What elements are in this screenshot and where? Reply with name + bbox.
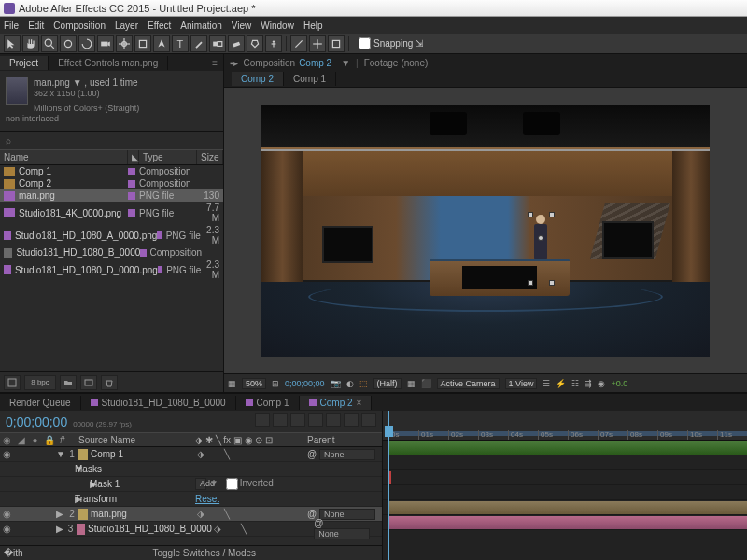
twirl-icon[interactable]: ▶ bbox=[56, 479, 90, 489]
comp-flowchart-icon[interactable]: ⇶ bbox=[585, 379, 592, 388]
layer-color-tag[interactable] bbox=[78, 449, 88, 460]
composition-canvas[interactable] bbox=[261, 105, 710, 357]
menu-file[interactable]: File bbox=[4, 21, 19, 31]
label-color[interactable] bbox=[140, 249, 146, 257]
layer-bar-man[interactable] bbox=[388, 501, 747, 514]
reset-link[interactable]: Reset bbox=[195, 494, 206, 504]
menu-window[interactable]: Window bbox=[261, 21, 294, 31]
toggle-switches-modes[interactable]: Toggle Switches / Modes bbox=[152, 548, 256, 558]
time-ruler[interactable]: 0s01s02s03s04s05s06s07s08s09s10s11s bbox=[383, 411, 747, 441]
timeline-row[interactable]: ◉▼1Comp 1⬗╲@ None bbox=[0, 447, 382, 462]
tl-shy-icon[interactable] bbox=[308, 413, 323, 427]
pickwhip-icon[interactable]: @ bbox=[307, 509, 317, 519]
label-color[interactable] bbox=[157, 231, 162, 239]
rect-tool[interactable] bbox=[134, 35, 151, 52]
tl-comp-mini-icon[interactable] bbox=[273, 413, 288, 427]
search-icon[interactable]: ⌕ bbox=[6, 135, 11, 146]
exposure-value[interactable]: +0.0 bbox=[611, 379, 627, 388]
timeline-row[interactable]: ▶Mask 1Add ▼ Inverted bbox=[0, 477, 382, 492]
menu-composition[interactable]: Composition bbox=[53, 21, 106, 31]
col-name[interactable]: Name bbox=[0, 150, 128, 164]
video-toggle[interactable]: ◉ bbox=[0, 449, 14, 459]
project-item-list[interactable]: Comp 1CompositionComp 2Compositionman.pn… bbox=[0, 165, 223, 371]
interpret-footage-button[interactable] bbox=[4, 375, 21, 390]
views-select[interactable]: 1 View bbox=[505, 378, 538, 389]
menu-edit[interactable]: Edit bbox=[28, 21, 44, 31]
camera-select[interactable]: Active Camera bbox=[437, 378, 500, 389]
res-grid-icon[interactable]: ⊞ bbox=[272, 379, 279, 388]
clone-tool[interactable] bbox=[209, 35, 226, 52]
col-type[interactable]: Type bbox=[139, 150, 197, 164]
project-tab[interactable]: Project bbox=[0, 56, 49, 70]
label-color[interactable] bbox=[128, 192, 135, 200]
local-axis-tool[interactable] bbox=[290, 35, 307, 52]
tl-search-icon[interactable] bbox=[255, 413, 270, 427]
roto-tool[interactable] bbox=[247, 35, 263, 52]
pen-tool[interactable] bbox=[153, 35, 170, 52]
timeline-tab[interactable]: Render Queue bbox=[0, 396, 81, 410]
playhead[interactable] bbox=[388, 411, 389, 560]
channel-icon[interactable]: ◐ bbox=[346, 379, 354, 388]
roi-icon[interactable]: ⬚ bbox=[359, 379, 368, 388]
comp-tab[interactable]: Comp 2 bbox=[232, 72, 284, 86]
col-size[interactable]: Size bbox=[197, 150, 223, 164]
timeline-row[interactable]: ▶TransformReset bbox=[0, 492, 382, 507]
fast-preview-icon[interactable]: ⚡ bbox=[556, 379, 566, 388]
snapshot-icon[interactable]: 📷 bbox=[331, 379, 341, 388]
tl-expand-icon[interactable]: �ith bbox=[0, 548, 27, 558]
label-color[interactable] bbox=[128, 168, 135, 175]
resolution-select[interactable]: (Half) bbox=[374, 378, 402, 389]
effect-controls-tab[interactable]: Effect Controls man.png bbox=[49, 56, 168, 70]
3d-view-icon[interactable]: ⬛ bbox=[421, 379, 431, 388]
shy-switch[interactable]: ⬗ bbox=[195, 509, 206, 519]
camera-tool[interactable] bbox=[97, 35, 114, 52]
rotate-tool[interactable] bbox=[78, 35, 95, 52]
tl-draft3d-icon[interactable] bbox=[290, 413, 305, 427]
solo-switch[interactable]: ╲ bbox=[221, 449, 233, 459]
layer-bar-studio[interactable] bbox=[388, 516, 747, 529]
timeline-rows[interactable]: ◉▼1Comp 1⬗╲@ None▼Masks▶Mask 1Add ▼ Inve… bbox=[0, 447, 382, 545]
inverted-checkbox[interactable] bbox=[226, 478, 238, 490]
layer-bar-comp1[interactable] bbox=[388, 441, 747, 455]
zoom-select[interactable]: 50% bbox=[242, 378, 266, 389]
menu-view[interactable]: View bbox=[232, 21, 252, 31]
layer-color-tag[interactable] bbox=[77, 524, 85, 535]
tl-graph-icon[interactable] bbox=[361, 413, 376, 427]
tl-motion-blur-icon[interactable] bbox=[344, 413, 359, 427]
parent-select[interactable]: None bbox=[314, 528, 370, 539]
snapping-checkbox[interactable] bbox=[359, 37, 371, 49]
project-item[interactable]: man.pngPNG file130 bbox=[0, 189, 223, 202]
project-item[interactable]: Studio181_HD_1080_A_0000.pngPNG file2.3 … bbox=[0, 224, 223, 246]
flowchart-icon[interactable]: ▪▸ bbox=[230, 58, 238, 68]
timeline-track-area[interactable]: 0s01s02s03s04s05s06s07s08s09s10s11s bbox=[383, 411, 747, 560]
project-item[interactable]: Comp 2Composition bbox=[0, 177, 223, 189]
twirl-icon[interactable]: ▶ bbox=[56, 524, 64, 534]
layer-color-tag[interactable] bbox=[78, 509, 88, 520]
label-color[interactable] bbox=[128, 180, 135, 188]
timeline-tab[interactable]: Comp 2 × bbox=[300, 396, 373, 410]
pan-behind-tool[interactable] bbox=[116, 35, 133, 52]
mask-marker[interactable] bbox=[388, 471, 747, 484]
timeline-row[interactable]: ◉▶3Studio181_HD_1080_B_0000⬗╲@ None bbox=[0, 522, 382, 537]
orbit-tool[interactable] bbox=[60, 35, 77, 52]
label-color[interactable] bbox=[128, 209, 135, 217]
brush-tool[interactable] bbox=[190, 35, 207, 52]
project-item[interactable]: Studio181_4K_0000.pngPNG file7.7 M bbox=[0, 202, 223, 224]
project-item[interactable]: Studio181_HD_1080_D_0000.pngPNG file2.3 … bbox=[0, 259, 223, 281]
new-comp-button[interactable] bbox=[80, 375, 97, 390]
video-toggle[interactable]: ◉ bbox=[0, 509, 14, 519]
eraser-tool[interactable] bbox=[228, 35, 245, 52]
hand-tool[interactable] bbox=[22, 35, 39, 52]
new-folder-button[interactable] bbox=[60, 375, 77, 390]
label-color[interactable] bbox=[158, 266, 162, 273]
timeline-row[interactable]: ▼Masks bbox=[0, 462, 382, 477]
timeline-timecode[interactable]: 0;00;00;00 bbox=[6, 414, 67, 429]
panel-menu-icon[interactable]: ≡ bbox=[206, 58, 223, 68]
twirl-icon[interactable]: ▼ bbox=[56, 464, 75, 474]
col-label-icon[interactable]: ◣ bbox=[128, 150, 139, 164]
transparency-icon[interactable]: ▦ bbox=[407, 379, 416, 388]
comp-active-name[interactable]: Comp 2 bbox=[299, 58, 331, 68]
project-item[interactable]: Comp 1Composition bbox=[0, 165, 223, 177]
delete-button[interactable] bbox=[101, 375, 118, 390]
alpha-toggle-icon[interactable]: ▦ bbox=[228, 379, 236, 388]
